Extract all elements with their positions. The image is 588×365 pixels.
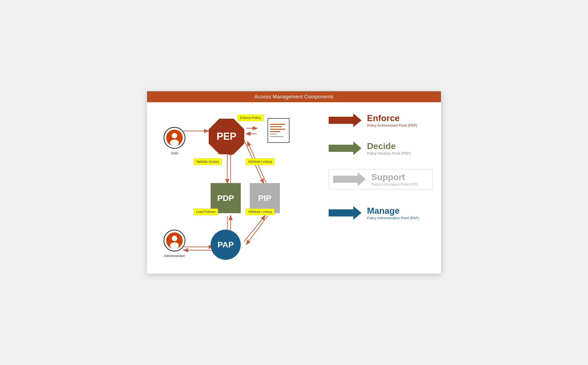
decide-legend-item: Decide Policy Decision Point (PDP) (329, 141, 433, 155)
svg-marker-21 (333, 172, 366, 186)
pap-container: PAP (211, 230, 241, 260)
pep-label: PEP (217, 131, 236, 142)
support-title: Support (371, 172, 418, 182)
validate-access-label: Validate Access (194, 158, 222, 165)
support-arrow (333, 172, 366, 186)
svg-point-18 (170, 242, 179, 249)
manage-legend-text: Manage Policy Administration Point (PAP) (367, 206, 419, 220)
svg-marker-22 (329, 206, 362, 220)
manage-legend-item: Manage Policy Administration Point (PAP) (329, 206, 433, 220)
pep-shape: PEP (209, 119, 244, 154)
user-circle (164, 127, 185, 149)
decide-arrow (329, 141, 362, 155)
decide-legend-text: Decide Policy Decision Point (PDP) (367, 141, 411, 155)
admin-circle (164, 230, 185, 252)
pap-shape: PAP (211, 230, 241, 260)
manage-arrow (329, 206, 362, 220)
header: Access Management Components (147, 91, 441, 102)
svg-point-14 (172, 133, 177, 138)
user-avatar: User (164, 127, 185, 155)
enforce-legend-text: Enforce Policy Enforcement Point (PEP) (367, 113, 417, 127)
enforce-title: Enforce (367, 113, 417, 123)
svg-point-15 (170, 139, 179, 146)
admin-icon (166, 232, 183, 249)
decide-subtitle: Policy Decision Point (PDP) (367, 151, 411, 155)
header-title: Access Management Components (254, 94, 334, 100)
support-legend-item: Support Policy Information Point (PIP) (329, 169, 433, 189)
manage-subtitle: Policy Administration Point (PAP) (367, 216, 419, 220)
enforce-arrow (329, 113, 362, 127)
pap-label: PAP (217, 240, 234, 249)
support-legend-text: Support Policy Information Point (PIP) (371, 172, 418, 186)
policy-doc (268, 118, 289, 143)
pdp-label: PDP (217, 193, 234, 203)
enforce-subtitle: Policy Enforcement Point (PEP) (367, 123, 417, 127)
support-subtitle: Policy Information Point (PIP) (371, 182, 418, 186)
enforce-policy-label: Enforce Policy (237, 115, 263, 121)
svg-line-10 (246, 216, 268, 244)
admin-label: Administrator (164, 254, 185, 258)
slide: Access Management Components (147, 91, 441, 274)
load-policies-label: Load Policies (194, 209, 218, 215)
pip-label: PIP (258, 193, 271, 203)
enforce-legend-item: Enforce Policy Enforcement Point (PEP) (329, 113, 433, 127)
legend-area: Enforce Policy Enforcement Point (PEP) D… (329, 108, 433, 234)
user-icon (166, 130, 183, 146)
attribute-lookup-1-label: Attribute Lookup (246, 158, 274, 165)
pep-container: PEP (209, 119, 244, 154)
attribute-lookup-2-label: Attribute Lookup (246, 209, 274, 215)
svg-marker-20 (329, 141, 362, 155)
admin-avatar: Administrator (164, 230, 185, 258)
decide-title: Decide (367, 141, 411, 151)
svg-point-17 (172, 236, 177, 241)
manage-title: Manage (367, 206, 419, 216)
svg-line-9 (244, 216, 265, 242)
user-label: User (164, 151, 185, 155)
svg-marker-19 (329, 113, 362, 127)
